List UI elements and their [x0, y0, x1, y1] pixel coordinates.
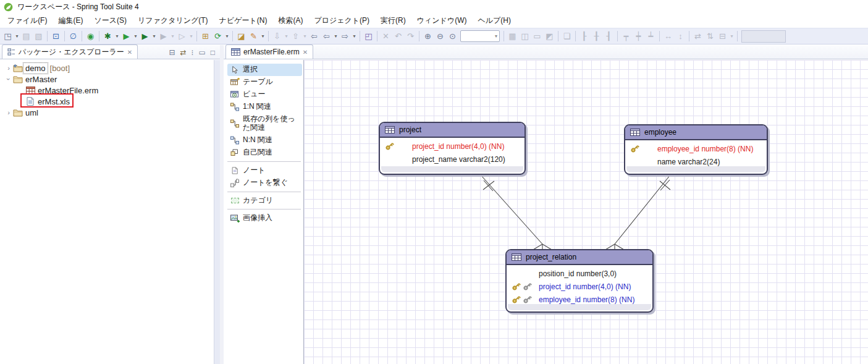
redo-button[interactable]: ↷	[405, 30, 416, 43]
new-java-project-button[interactable]: ⊞	[200, 30, 211, 43]
horizontal-line-button[interactable]: ▭	[531, 30, 543, 43]
tab-package-explorer[interactable]: パッケージ・エクスプローラー ✕	[2, 44, 138, 59]
tree-item-label[interactable]: erMasterFile.erm	[36, 85, 100, 96]
tree-item-uml[interactable]: › uml	[0, 107, 214, 118]
scrollbar[interactable]	[214, 60, 220, 364]
view-menu-button[interactable]: ⁝	[192, 48, 194, 57]
entity-project[interactable]: project project_id number(4,0) (NN) proj…	[379, 122, 526, 175]
same-width-button[interactable]: ↔	[662, 30, 674, 43]
zoom-in-button[interactable]: ⊕	[422, 30, 434, 43]
entity-header[interactable]: project	[380, 123, 525, 138]
annotate-button[interactable]: ✎	[248, 30, 259, 43]
entity-employee[interactable]: employee employee_id number(8) (NN) name…	[624, 124, 768, 175]
display-option-button[interactable]: ⊟	[717, 30, 728, 43]
tooltip-button[interactable]: ◫	[519, 30, 531, 43]
tree-item-ermasterfile[interactable]: erMasterFile.erm	[0, 85, 214, 96]
zoom-actual-button[interactable]: ⊙	[447, 30, 458, 43]
tree-item-label[interactable]: demo	[23, 63, 48, 74]
menu-help[interactable]: ヘルプ(H)	[473, 14, 516, 28]
chevron-down-icon[interactable]: ▾	[260, 33, 266, 39]
chevron-down-icon[interactable]: ▾	[302, 33, 308, 39]
palette-note-connect-tool[interactable]: ノートを繋ぐ	[227, 177, 302, 189]
column-position_id[interactable]: position_id number(3,0)	[507, 267, 652, 280]
align-top-button[interactable]: ┯	[620, 30, 632, 43]
open-console-button[interactable]: ⊡	[50, 30, 62, 43]
open-resource-button[interactable]: ◪	[235, 30, 247, 43]
close-icon[interactable]: ✕	[303, 49, 308, 56]
palette-relation-1n-tool[interactable]: 1:N 関連	[227, 101, 302, 113]
skip-breakpoints-button[interactable]: ∅	[67, 30, 79, 43]
menu-file[interactable]: ファイル(F)	[2, 14, 52, 28]
diagram-canvas[interactable]: project project_id number(4,0) (NN) proj…	[304, 60, 868, 364]
align-bottom-button[interactable]: ┷	[645, 30, 657, 43]
chevron-down-icon[interactable]: ▾	[14, 33, 20, 39]
er-diagram-button[interactable]: ◰	[363, 30, 374, 43]
chevron-down-icon[interactable]: ▾	[352, 33, 357, 39]
run-button[interactable]: ▶	[120, 30, 132, 43]
chevron-down-icon[interactable]: ▾	[729, 33, 735, 39]
distribute-vertical-button[interactable]: ⇅	[704, 30, 716, 43]
palette-insert-image-tool[interactable]: 画像挿入	[227, 212, 302, 224]
collapse-all-button[interactable]: ⊟	[169, 48, 175, 57]
zoom-level-combo[interactable]: ▾	[460, 30, 500, 42]
chevron-down-icon[interactable]: ▾	[284, 33, 289, 39]
chevron-down-icon[interactable]: ▾	[114, 33, 120, 39]
minimize-button[interactable]: ▭	[198, 48, 205, 57]
expand-chevron-icon[interactable]: ›	[5, 109, 12, 116]
save-button[interactable]: ▤	[20, 30, 32, 43]
tree-item-ermaster[interactable]: › erMaster	[0, 74, 214, 85]
menu-project[interactable]: プロジェクト(P)	[309, 14, 374, 28]
align-middle-button[interactable]: ┿	[633, 30, 644, 43]
tree-item-ermst[interactable]: erMst.xls	[0, 96, 214, 107]
coverage-button[interactable]: ▶	[139, 30, 151, 43]
column-project_id[interactable]: project_id number(4,0) (NN)	[380, 140, 525, 153]
expand-chevron-icon[interactable]: ›	[5, 64, 12, 72]
align-center-button[interactable]: ╂	[591, 30, 602, 43]
entity-header[interactable]: employee	[625, 125, 767, 140]
column-project_name[interactable]: project_name varchar2(120)	[380, 153, 525, 166]
menu-navigate[interactable]: ナビゲート(N)	[214, 14, 272, 28]
distribute-horizontal-button[interactable]: ⇄	[692, 30, 704, 43]
boot-dashboard-button[interactable]: ◉	[85, 30, 96, 43]
import-button[interactable]: ⇩	[271, 30, 283, 43]
palette-view-tool[interactable]: ビュー	[227, 88, 302, 101]
palette-note-tool[interactable]: ノート	[227, 164, 302, 177]
forward-button[interactable]: ⇨	[339, 30, 351, 43]
maximize-button[interactable]: □	[211, 48, 215, 57]
export-button[interactable]: ⇧	[290, 30, 301, 43]
save-all-button[interactable]: ▧	[33, 30, 44, 43]
expand-chevron-icon[interactable]: ›	[5, 75, 12, 83]
external-tools-button[interactable]: ▷	[176, 30, 188, 43]
palette-table-tool[interactable]: テーブル	[227, 76, 302, 88]
column-project_id[interactable]: project_id number(4,0) (NN)	[507, 280, 652, 293]
debug-button[interactable]: ✱	[102, 30, 114, 43]
chevron-down-icon[interactable]: ▾	[224, 33, 230, 39]
zoom-out-button[interactable]: ⊖	[434, 30, 446, 43]
align-right-button[interactable]: ┨	[603, 30, 615, 43]
menu-source[interactable]: ソース(S)	[89, 14, 132, 28]
palette-relation-nn-tool[interactable]: N:N 関連	[227, 134, 302, 146]
chevron-down-icon[interactable]: ▾	[170, 33, 175, 39]
back-button[interactable]: ⇦	[321, 30, 332, 43]
grid-button[interactable]: ▦	[507, 30, 518, 43]
chevron-down-icon[interactable]: ▾	[133, 33, 138, 39]
menu-window[interactable]: ウィンドウ(W)	[412, 14, 472, 28]
palette-category-tool[interactable]: カテゴリ	[227, 195, 302, 207]
menu-edit[interactable]: 編集(E)	[53, 14, 88, 28]
tree-item-demo[interactable]: › demo [boot]	[0, 62, 214, 74]
same-height-button[interactable]: ↕	[675, 30, 686, 43]
profile-button[interactable]: ▶	[158, 30, 169, 43]
chevron-down-icon[interactable]: ▾	[188, 33, 194, 39]
entity-header[interactable]: project_relation	[507, 250, 652, 265]
link-with-editor-button[interactable]: ⇄	[180, 48, 187, 57]
palette-relation-existing-tool[interactable]: 既存の列を使った関連	[227, 113, 302, 134]
menu-refactor[interactable]: リファクタリング(T)	[133, 14, 213, 28]
undo-button[interactable]: ↶	[392, 30, 404, 43]
tree-item-label[interactable]: uml	[23, 108, 40, 118]
column-employee_id[interactable]: employee_id number(8) (NN)	[625, 142, 767, 155]
stamp-button[interactable]: ❏	[561, 30, 573, 43]
close-icon[interactable]: ✕	[127, 49, 132, 56]
tree-item-label[interactable]: erMst.xls	[36, 96, 72, 107]
tree-item-label[interactable]: erMaster	[23, 74, 59, 85]
menu-run[interactable]: 実行(R)	[376, 14, 411, 28]
